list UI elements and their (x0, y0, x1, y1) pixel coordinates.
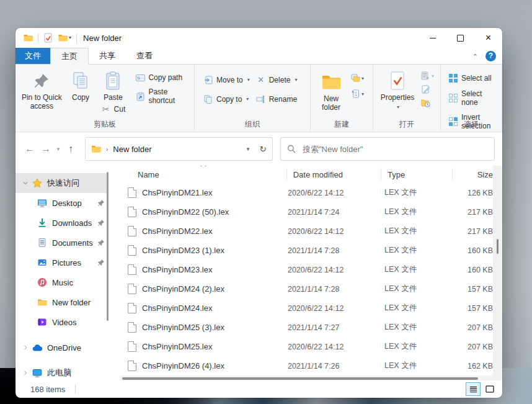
ribbon: Pin to Quick access Copy Past (16, 64, 502, 132)
move-to-button[interactable]: Move to ▾ (203, 75, 250, 85)
properties-button[interactable]: Properties ▾ (376, 68, 419, 114)
open-button[interactable]: ▾ (420, 71, 434, 81)
tab-file[interactable]: 文件 (16, 48, 50, 64)
column-header-date-modified[interactable]: Date modified (287, 168, 381, 181)
file-date-cell: 2021/1/14 7:24 (282, 208, 378, 217)
videos-icon (37, 317, 47, 327)
select-all-button[interactable]: Select all (448, 73, 499, 83)
paste-shortcut-button[interactable]: Paste shortcut (135, 88, 192, 105)
list-header: NameDate modifiedTypeSize (120, 166, 493, 183)
easy-access-button[interactable]: ▾ (350, 73, 364, 83)
back-button[interactable]: ← (22, 143, 38, 155)
maximize-button[interactable] (446, 28, 474, 48)
file-row[interactable]: ChsPinyinDM22 (50).lex2021/1/14 7:24LEX … (120, 202, 493, 222)
file-row[interactable]: ChsPinyinDM26 (4).lex2021/1/14 7:26LEX 文… (120, 356, 493, 375)
horizontal-scrollbar[interactable] (120, 375, 493, 380)
copy-icon (73, 70, 89, 92)
file-row[interactable]: ChsPinyinDM21.lex2020/6/22 14:12LEX 文件12… (120, 183, 493, 202)
thumbnail-view-button[interactable] (482, 382, 497, 396)
sidebar-item-this-pc[interactable]: 此电脑 (16, 363, 109, 380)
item-count: 168 items (30, 385, 65, 394)
minimize-button[interactable] (419, 28, 446, 48)
sidebar-item-documents[interactable]: Documents (16, 233, 109, 253)
recent-locations-icon[interactable]: ▾ (54, 146, 63, 152)
column-header-size[interactable]: Size (453, 168, 493, 181)
file-name: ChsPinyinDM24 (2).lex (142, 284, 224, 294)
copy-to-button[interactable]: Copy to ▾ (203, 94, 250, 104)
tab-view[interactable]: 查看 (126, 48, 163, 64)
file-size-cell: 217 KB (451, 227, 493, 236)
sidebar-items: 快速访问DesktopDownloadsDocumentsPicturesMus… (16, 173, 109, 380)
new-item-button[interactable]: ▾ (350, 89, 364, 99)
column-header-type[interactable]: Type (381, 168, 453, 181)
file-row[interactable]: ChsPinyinDM23.lex2020/6/22 14:12LEX 文件16… (120, 260, 493, 279)
search-box[interactable] (280, 137, 495, 161)
sidebar-scrollbar[interactable] (107, 172, 109, 321)
new-folder-button[interactable]: New folder (313, 69, 349, 114)
cut-button[interactable]: ✂ Cut (101, 104, 126, 114)
sidebar-item-onedrive[interactable]: OneDrive (16, 338, 109, 357)
rename-icon (256, 94, 266, 104)
qat-dropdown-icon[interactable]: ▾ (69, 35, 71, 40)
column-header-name[interactable]: Name (120, 168, 287, 181)
forward-button[interactable]: → (38, 143, 54, 155)
details-view-button[interactable] (466, 382, 481, 396)
paste-icon (105, 70, 120, 92)
refresh-icon[interactable]: ↻ (259, 144, 267, 154)
file-row[interactable]: ChsPinyinDM24.lex2020/6/22 14:12LEX 文件15… (120, 299, 493, 318)
file-row[interactable]: ChsPinyinDM24 (2).lex2021/1/14 7:28LEX 文… (120, 279, 493, 299)
file-row[interactable]: ChsPinyinDM23 (1).lex2021/1/14 7:28LEX 文… (120, 241, 493, 260)
chevron-right-icon[interactable] (20, 370, 30, 376)
copy-button[interactable]: Copy (66, 68, 96, 114)
pin-icon (97, 219, 105, 227)
file-list: NameDate modifiedTypeSize ChsPinyinDM21.… (120, 166, 493, 380)
sidebar-item-pictures[interactable]: Pictures (16, 253, 109, 272)
close-button[interactable]: × (474, 28, 502, 48)
explorer-folder-icon[interactable] (23, 33, 33, 43)
horizontal-scrollbar-thumb[interactable] (122, 377, 478, 380)
breadcrumb-location[interactable]: New folder (113, 145, 151, 154)
file-size-cell: 207 KB (451, 323, 493, 332)
history-button[interactable] (420, 98, 434, 108)
tab-home[interactable]: 主页 (50, 48, 89, 65)
up-button[interactable]: ↑ (63, 143, 79, 155)
edit-button[interactable] (420, 84, 434, 94)
easy-access-icon (350, 73, 360, 83)
sidebar-item-videos[interactable]: Videos (16, 312, 109, 332)
title-bar[interactable]: ▾ New folder × (16, 28, 502, 48)
copy-path-icon (135, 73, 145, 83)
vertical-scrollbar-thumb[interactable] (497, 239, 499, 254)
file-row[interactable]: ChsPinyinDM25 (3).lex2021/1/14 7:27LEX 文… (120, 318, 493, 337)
copy-path-button[interactable]: Copy path (135, 73, 192, 83)
pin-to-quick-access-button[interactable]: Pin to Quick access (18, 68, 66, 114)
file-name-cell: ChsPinyinDM21.lex (120, 187, 282, 198)
thumbnail-view-icon (485, 385, 494, 393)
chevron-down-icon[interactable] (20, 180, 30, 186)
delete-button[interactable]: ✕ Delete ▾ (256, 75, 298, 85)
vertical-scrollbar[interactable] (493, 166, 502, 380)
rename-button[interactable]: Rename (256, 94, 298, 104)
downloads-icon (37, 218, 47, 228)
new-folder-qat-icon[interactable]: ▾ (58, 33, 71, 43)
chevron-right-icon[interactable] (20, 344, 30, 351)
sidebar-item-new-folder[interactable]: New folder (16, 292, 109, 312)
file-name: ChsPinyinDM23 (1).lex (142, 246, 224, 255)
address-dropdown-icon[interactable]: ▾ (247, 146, 250, 152)
sidebar-item-downloads[interactable]: Downloads (16, 213, 109, 233)
properties-qat-icon[interactable] (43, 33, 53, 43)
help-button[interactable]: ? (485, 51, 496, 61)
file-row[interactable]: ChsPinyinDM22.lex2020/6/22 14:12LEX 文件21… (120, 222, 493, 241)
column-header-label: Date modified (293, 170, 343, 179)
file-row[interactable]: ChsPinyinDM25.lex2020/6/22 14:12LEX 文件20… (120, 337, 493, 356)
sidebar-item-music[interactable]: Music (16, 272, 109, 292)
select-none-button[interactable]: Select none (448, 89, 499, 107)
collapse-ribbon-icon[interactable]: ⌃ (472, 53, 478, 61)
sidebar-item-quick-access[interactable]: 快速访问 (16, 173, 109, 193)
file-size-cell: 162 KB (451, 362, 493, 370)
sidebar-item-desktop[interactable]: Desktop (16, 193, 109, 213)
tab-share[interactable]: 共享 (89, 48, 126, 64)
sidebar-item-label: Documents (52, 238, 93, 248)
paste-button[interactable]: Paste (95, 68, 130, 104)
search-input[interactable] (301, 144, 488, 155)
address-bar[interactable]: › New folder ▾ ↻ (85, 137, 273, 161)
